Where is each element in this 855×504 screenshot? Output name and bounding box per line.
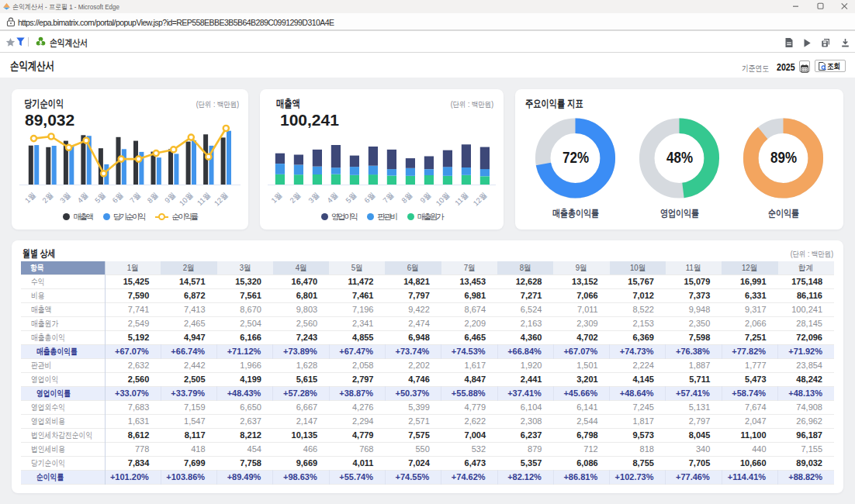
svg-text:3월: 3월 xyxy=(306,191,320,205)
svg-text:4월: 4월 xyxy=(325,191,339,205)
svg-text:6월: 6월 xyxy=(362,191,376,205)
svg-text:10월: 10월 xyxy=(178,191,195,208)
svg-text:2월: 2월 xyxy=(40,191,54,205)
svg-text:1월: 1월 xyxy=(269,191,283,205)
svg-text:9월: 9월 xyxy=(418,191,432,205)
svg-text:12월: 12월 xyxy=(213,191,230,208)
svg-text:2월: 2월 xyxy=(288,191,302,205)
svg-text:3월: 3월 xyxy=(58,191,72,205)
svg-text:7월: 7월 xyxy=(128,191,142,205)
svg-text:1월: 1월 xyxy=(23,191,37,205)
svg-text:6월: 6월 xyxy=(110,191,124,205)
svg-text:9월: 9월 xyxy=(163,191,177,205)
svg-text:8월: 8월 xyxy=(400,191,414,205)
svg-text:5월: 5월 xyxy=(93,191,107,205)
svg-text:12월: 12월 xyxy=(471,191,488,208)
svg-text:11월: 11월 xyxy=(453,191,469,207)
svg-text:5월: 5월 xyxy=(344,191,358,205)
svg-text:4월: 4월 xyxy=(75,191,89,205)
svg-text:8월: 8월 xyxy=(145,191,159,205)
svg-text:10월: 10월 xyxy=(434,191,451,208)
svg-text:11월: 11월 xyxy=(196,191,212,207)
svg-text:7월: 7월 xyxy=(381,191,395,205)
